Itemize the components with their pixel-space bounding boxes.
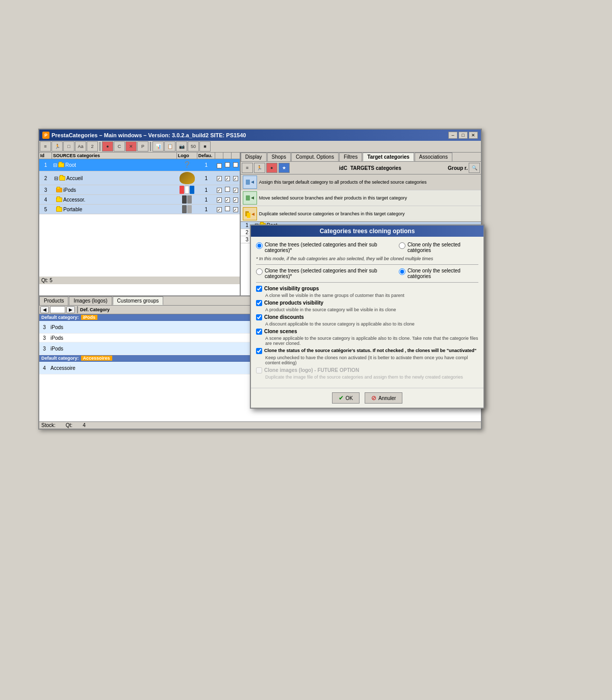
sources-scroll[interactable]: 1 ⊟ Root ? 1 ✓ bbox=[39, 159, 240, 277]
radio-group-2: Clone the trees (selected categories and… bbox=[256, 268, 478, 279]
toolbar-btn-10[interactable]: 📊 bbox=[152, 141, 164, 152]
tab-images[interactable]: Images (logos) bbox=[69, 296, 112, 305]
cb-images-desc: Duplicate the image file of the source c… bbox=[265, 374, 478, 380]
status-bar: Stock: Qt: 4 bbox=[39, 421, 481, 429]
targets-label: TARGETS categories bbox=[350, 165, 441, 171]
tab-assoc[interactable]: Associations bbox=[415, 153, 452, 161]
group-r-label: Group r. bbox=[442, 165, 468, 171]
cb-products-vis[interactable]: Clone products visibility bbox=[256, 300, 478, 306]
idc-label: idC bbox=[337, 165, 349, 171]
action-btn-2[interactable]: Move selected source branches and their … bbox=[241, 190, 481, 206]
toolbar-btn-13[interactable]: 50 bbox=[188, 141, 199, 152]
cb-status-desc: Keep unchecked to have the clones non ac… bbox=[265, 355, 478, 365]
target-toolbar-btn-2[interactable]: 🏃 bbox=[254, 163, 265, 173]
toolbar-btn-12[interactable]: 📷 bbox=[176, 141, 187, 152]
cancel-label: Annuler bbox=[378, 395, 396, 401]
svg-rect-1 bbox=[246, 195, 250, 201]
radio-1-option2[interactable]: Clone only the selected catégories bbox=[399, 242, 478, 253]
toolbar-btn-1[interactable]: ≡ bbox=[40, 141, 51, 152]
tab-shops[interactable]: Shops bbox=[267, 153, 291, 161]
action-btn-2-text: Move selected source branches and their … bbox=[259, 195, 407, 201]
cb-scenes-desc: A scene applicable to the source categor… bbox=[265, 336, 478, 346]
col-c3 bbox=[232, 153, 240, 159]
window-title: PrestaCategories – Main windows – Versio… bbox=[52, 132, 246, 138]
action-btn-1-text: Assign this target default category to a… bbox=[259, 180, 427, 185]
cb-images: Clone images (logo) - FUTURE OPTION bbox=[256, 367, 478, 373]
toolbar-btn-4[interactable]: Aa bbox=[75, 141, 86, 152]
toolbar-btn-9[interactable]: P bbox=[137, 141, 148, 152]
cb-discounts-desc: A discount applicable to the source cate… bbox=[265, 321, 478, 327]
cancel-icon: ⊘ bbox=[371, 394, 376, 402]
maximize-button[interactable]: □ bbox=[458, 132, 468, 139]
toolbar-btn-3[interactable]: □ bbox=[63, 141, 74, 152]
targets-toolbar: ≡ 🏃 ● ★ idC TARGETS categories Group r. … bbox=[241, 162, 481, 174]
action-btn-3[interactable]: Duplicate selected source categories or … bbox=[241, 206, 481, 221]
tab-customers-groups[interactable]: Customers groups bbox=[113, 296, 164, 305]
ok-label: OK bbox=[346, 395, 353, 401]
section-cat-1: iPods bbox=[81, 315, 98, 320]
col-sources: SOURCES categories bbox=[52, 153, 177, 159]
nav-next[interactable]: ▶ bbox=[66, 306, 75, 313]
source-row-1[interactable]: 1 ⊟ Root ? 1 ✓ bbox=[39, 159, 240, 171]
svg-rect-0 bbox=[246, 180, 250, 185]
target-toolbar-btn-4[interactable]: ★ bbox=[278, 163, 290, 173]
toolbar-btn-8[interactable]: ✕ bbox=[125, 141, 137, 152]
sources-qt: Qt: 5 bbox=[39, 277, 240, 284]
ok-button[interactable]: ✔ OK bbox=[332, 392, 360, 404]
tab-filtres[interactable]: Filtres bbox=[339, 153, 362, 161]
qt-label: Qt: bbox=[66, 422, 72, 428]
title-bar: P PrestaCategories – Main windows – Vers… bbox=[39, 130, 481, 141]
col-defau: Defau. bbox=[197, 153, 215, 159]
nav-input[interactable] bbox=[50, 306, 65, 313]
main-toolbar: ≡ 🏃 □ Aa 2 ● C ✕ P 📊 📋 📷 50 ■ bbox=[39, 141, 481, 153]
tab-target[interactable]: Target categories bbox=[363, 153, 414, 161]
close-button[interactable]: ✕ bbox=[469, 132, 478, 139]
tab-display[interactable]: Display bbox=[241, 153, 267, 161]
radio-2-option2[interactable]: Clone only the selected catégories bbox=[399, 268, 478, 279]
radio-2-option1[interactable]: Clone the trees (selected categories and… bbox=[256, 268, 394, 279]
toolbar-btn-5[interactable]: 2 bbox=[87, 141, 98, 152]
col-c1 bbox=[215, 153, 223, 159]
cb-products-vis-desc: A product visible in the source category… bbox=[265, 307, 478, 312]
stock-label: Stock: bbox=[41, 422, 56, 428]
source-row-3[interactable]: 3 iPods 1 ✓ ✓ bbox=[39, 185, 240, 195]
target-toolbar-btn-1[interactable]: ≡ bbox=[242, 163, 253, 173]
tabs-row: Display Shops Comput. Options Filtres Ta… bbox=[241, 153, 481, 162]
toolbar-btn-14[interactable]: ■ bbox=[199, 141, 211, 152]
tab-products[interactable]: Products bbox=[39, 296, 68, 305]
minimize-button[interactable]: – bbox=[448, 132, 457, 139]
col-id: Id bbox=[39, 153, 52, 159]
cancel-button[interactable]: ⊘ Annuler bbox=[365, 392, 402, 404]
radio-group-1: Clone the trees (selected categories and… bbox=[256, 242, 478, 253]
section-cat-2: Accessoires bbox=[81, 356, 112, 361]
action-btn-1[interactable]: Assign this target default category to a… bbox=[241, 174, 481, 190]
svg-rect-3 bbox=[247, 213, 250, 218]
nav-prev[interactable]: ◀ bbox=[40, 306, 49, 313]
col-def: Def. bbox=[80, 307, 89, 312]
ok-icon: ✔ bbox=[339, 394, 344, 402]
modal-note-1: * In this mode, if the sub categories ar… bbox=[256, 256, 478, 261]
cb-status[interactable]: Clone the status of the source catégorie… bbox=[256, 348, 478, 354]
source-row-4[interactable]: 4 Accessor. 1 ✓ ✓ ✓ bbox=[39, 195, 240, 205]
qt-value: 4 bbox=[83, 422, 86, 428]
toolbar-btn-11[interactable]: 📋 bbox=[164, 141, 175, 152]
radio-1-option1[interactable]: Clone the trees (selected categories and… bbox=[256, 242, 394, 253]
source-row-5[interactable]: 5 Portable 1 ✓ ✓ bbox=[39, 205, 240, 214]
modal-dialog: Categories trees cloning options Clone t… bbox=[250, 224, 484, 409]
toolbar-btn-7[interactable]: C bbox=[114, 141, 125, 152]
toolbar-btn-2[interactable]: 🏃 bbox=[52, 141, 63, 152]
cb-scenes[interactable]: Clone scenes bbox=[256, 329, 478, 335]
targets-search[interactable]: 🔍 bbox=[469, 163, 480, 173]
sources-panel: Id SOURCES categories Logo Defau. 1 ⊟ bbox=[39, 153, 241, 295]
source-row-2[interactable]: 2 ⊟ Accueil 1 ✓ ✓ ✓ bbox=[39, 171, 240, 185]
action-btn-3-text: Duplicate selected source categories or … bbox=[259, 211, 405, 217]
action-buttons-area: Assign this target default category to a… bbox=[241, 174, 481, 222]
cb-visibility-desc: A clone will be visible in the same grou… bbox=[265, 293, 478, 298]
tab-comput[interactable]: Comput. Options bbox=[291, 153, 339, 161]
checkboxes-group: Clone visibility groups A clone will be … bbox=[256, 286, 478, 380]
toolbar-btn-6[interactable]: ● bbox=[102, 141, 113, 152]
target-toolbar-btn-3[interactable]: ● bbox=[266, 163, 277, 173]
cb-visibility[interactable]: Clone visibility groups bbox=[256, 286, 478, 292]
col-logo: Logo bbox=[177, 153, 197, 159]
cb-discounts[interactable]: Clone discounts bbox=[256, 314, 478, 320]
